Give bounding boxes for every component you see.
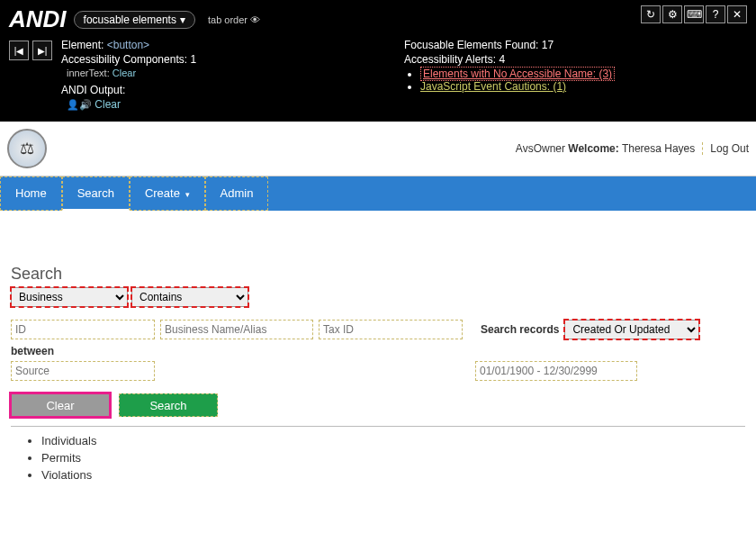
innertext-value: Clear: [112, 68, 136, 78]
found-label: Focusable Elements Found:: [404, 39, 538, 51]
seal-logo: ⚖: [7, 129, 47, 168]
source-input[interactable]: [11, 361, 155, 381]
close-icon[interactable]: ✕: [727, 5, 747, 23]
andi-right-col: Focusable Elements Found: 17 Accessibili…: [404, 39, 747, 113]
taborder-toggle[interactable]: tab order 👁: [208, 14, 260, 25]
welcome-area: AvsOwner Welcome: Theresa Hayes: [516, 142, 703, 155]
clear-button[interactable]: Clear: [11, 393, 110, 417]
components-value: 1: [190, 53, 196, 66]
andi-module-select[interactable]: focusable elements ▾: [74, 11, 195, 29]
list-item[interactable]: Permits: [41, 451, 745, 465]
business-name-input[interactable]: [160, 320, 313, 339]
andi-left-col: Element: <button> Accessibility Componen…: [61, 39, 404, 113]
speaker-icon: 👤🔊: [67, 99, 92, 111]
innertext-label: innerText:: [67, 68, 110, 78]
andi-title: ANDI: [9, 5, 67, 33]
id-input[interactable]: [11, 320, 155, 339]
records-mode-select[interactable]: Created Or Updated: [564, 320, 699, 339]
alert-noname-count: (3): [598, 68, 612, 80]
records-label: Search records: [481, 323, 559, 336]
search-fields-row1: Search records Created Or Updated betwee…: [11, 320, 745, 357]
components-label: Accessibility Components:: [61, 53, 187, 66]
search-criteria-row: Business Contains: [11, 287, 745, 307]
andi-header: ANDI focusable elements ▾ tab order 👁 ↻ …: [9, 5, 747, 33]
andi-element-nav: |◀ ▶|: [9, 41, 52, 113]
user-name: Theresa Hayes: [622, 142, 695, 155]
alert-item-noname: Elements with No Accessible Name: (3): [420, 68, 747, 80]
nav-search[interactable]: Search: [62, 176, 130, 211]
tax-id-input[interactable]: [319, 320, 463, 339]
help-icon[interactable]: ?: [706, 5, 725, 23]
nav-create[interactable]: Create ▾: [130, 176, 205, 211]
app-name: AvsOwner: [516, 142, 565, 155]
alerts-list: Elements with No Accessible Name: (3) Ja…: [420, 68, 747, 93]
search-match-select[interactable]: Contains: [131, 287, 248, 307]
logout-link[interactable]: Log Out: [710, 142, 749, 155]
element-label: Element:: [61, 39, 104, 51]
page-header: ⚖ AvsOwner Welcome: Theresa Hayes Log Ou…: [0, 122, 756, 176]
nav-home[interactable]: Home: [0, 176, 62, 211]
list-item[interactable]: Individuals: [41, 434, 745, 447]
andi-panel: ANDI focusable elements ▾ tab order 👁 ↻ …: [0, 0, 756, 122]
welcome-label: Welcome:: [568, 142, 618, 155]
refresh-icon[interactable]: ↻: [641, 5, 661, 23]
alert-item-jsevent: JavaScript Event Cautions: (1): [420, 80, 747, 93]
search-button[interactable]: Search: [119, 393, 218, 417]
chevron-down-icon: ▾: [185, 190, 190, 199]
main-nav: Home Search Create ▾ Admin: [0, 176, 756, 211]
results-list: Individuals Permits Violations: [41, 434, 745, 482]
gear-icon[interactable]: ⚙: [662, 5, 682, 23]
next-element-button[interactable]: ▶|: [32, 41, 52, 60]
date-range-input[interactable]: [475, 361, 637, 381]
search-type-select[interactable]: Business: [11, 287, 128, 307]
divider: [11, 426, 745, 427]
nav-admin[interactable]: Admin: [205, 176, 269, 211]
output-label: ANDI Output:: [61, 84, 125, 96]
nav-create-label: Create: [145, 186, 180, 200]
found-value: 17: [542, 39, 554, 51]
output-value: Clear: [94, 98, 121, 111]
andi-body: |◀ ▶| Element: <button> Accessibility Co…: [9, 39, 747, 113]
eye-icon: 👁: [250, 14, 260, 25]
alert-jsevent-text: JavaScript Event Cautions:: [420, 80, 550, 93]
alerts-value: 4: [499, 53, 505, 66]
search-fields-row2: [11, 361, 745, 381]
search-buttons: Clear Search: [11, 393, 745, 417]
search-heading: Search: [11, 265, 745, 284]
keyboard-icon[interactable]: ⌨: [684, 5, 704, 23]
list-item[interactable]: Violations: [41, 468, 745, 482]
taborder-label: tab order: [208, 14, 248, 25]
chevron-down-icon: ▾: [180, 14, 185, 26]
andi-toolbar: ↻ ⚙ ⌨ ? ✕: [641, 5, 747, 23]
alert-jsevent-count: (1): [553, 80, 566, 93]
alert-noname-text: Elements with No Accessible Name:: [423, 68, 596, 80]
element-value: <button>: [107, 39, 149, 51]
alert-jsevent-link[interactable]: JavaScript Event Cautions: (1): [420, 80, 566, 93]
alert-noname-link[interactable]: Elements with No Accessible Name: (3): [420, 67, 615, 81]
alerts-label: Accessibility Alerts:: [404, 53, 496, 66]
andi-module-label: focusable elements: [84, 14, 176, 26]
between-label: between: [11, 345, 54, 357]
prev-element-button[interactable]: |◀: [9, 41, 29, 60]
search-section: Search Business Contains Search records …: [0, 211, 756, 482]
